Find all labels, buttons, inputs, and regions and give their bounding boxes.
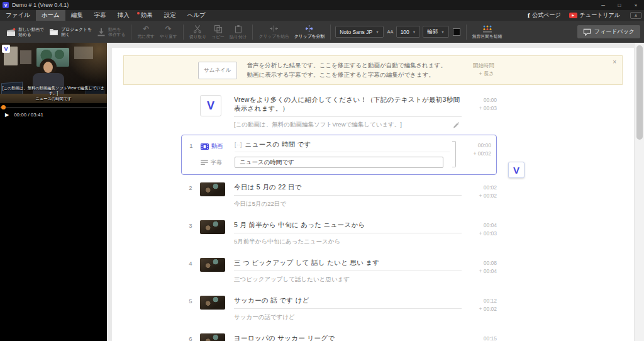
save-icon [97, 28, 106, 36]
toolbar-separator [183, 25, 184, 40]
subtitle-track-label: 字幕 [201, 159, 235, 167]
redo-button[interactable]: ↷ やり直す [157, 24, 180, 40]
menu-subtitle[interactable]: 字幕 [89, 10, 112, 21]
toolbar-separator [466, 25, 467, 40]
scrollbar-thumb[interactable] [636, 45, 643, 140]
feedback-button[interactable]: フィードバック [577, 25, 640, 38]
intro-title: Vrewをより多くの人に紹介してください！（下記のテキストが最初3秒間表示されま… [234, 95, 462, 117]
play-button[interactable]: ▶ [5, 112, 9, 118]
chevron-down-icon: ▼ [413, 30, 416, 34]
menu-insert[interactable]: 挿入 [112, 10, 135, 21]
clip-number: 2 [181, 182, 200, 191]
close-icon[interactable]: × [613, 59, 616, 65]
clip-row[interactable]: 3 5 月 前半から 中旬に あった ニュースから 5月前半から中旬にあったニュ… [181, 215, 497, 252]
clipboard-icon [234, 25, 243, 33]
clip-words[interactable]: 三 つ ピックアップ して 話し たいと 思い ます [234, 258, 462, 271]
edit-pencil-icon[interactable] [453, 122, 459, 128]
menu-effects[interactable]: 効果 [135, 10, 158, 21]
clip-row[interactable]: 4 三 つ ピックアップ して 話し たいと 思い ます 三つピックアップして話… [181, 252, 497, 290]
scrollbar[interactable] [635, 43, 644, 341]
clip-thumbnail[interactable] [200, 258, 225, 272]
scene-poster [74, 47, 93, 59]
vrew-watermark-logo: V [2, 45, 10, 53]
clip-subtitle[interactable]: 5月前半から中旬にあったニュースから [234, 237, 462, 245]
playback-timeline[interactable] [0, 104, 107, 110]
clip-times: 00:12+ 00:02 [462, 296, 497, 313]
font-color-swatch[interactable] [453, 28, 460, 36]
clip-times: 00:15+ 00:02 [462, 333, 497, 341]
clip-subtitle[interactable]: 今日は5月の22日で [234, 199, 462, 208]
clip-words[interactable]: 今日は 5 月の 22 日で [234, 182, 462, 196]
clip-thumbnail[interactable] [200, 182, 225, 196]
clip-words[interactable]: 5 月 前半から 中旬に あった ニュースから [234, 220, 462, 233]
menu-settings[interactable]: 設定 [158, 10, 182, 21]
close-button[interactable]: × [628, 0, 644, 10]
time-column-header: 開始時間 + 長さ [473, 62, 494, 78]
thumbnail-column-tag: サムネイル [198, 62, 237, 79]
thumbnail-badge[interactable]: V [508, 162, 525, 178]
new-badge-dot [137, 12, 140, 14]
copy-button[interactable]: コピー [209, 23, 227, 41]
save-video-button[interactable]: 動画を 保存する [94, 26, 128, 38]
tutorial-link[interactable]: ▶ チュートリアル [567, 11, 623, 20]
clip-thumbnail[interactable] [200, 296, 225, 310]
font-size-label: AA [387, 29, 394, 35]
split-clip-icon [304, 25, 314, 33]
intro-row[interactable]: V Vrewをより多くの人に紹介してください！（下記のテキストが最初3秒間表示さ… [181, 89, 497, 133]
clip-thumbnail[interactable] [200, 333, 225, 341]
clip-times: 00:02+ 00:02 [462, 182, 497, 200]
official-page-link[interactable]: f 公式ページ [525, 11, 564, 20]
merge-clips-button[interactable]: クリップを結合 [256, 23, 291, 40]
clapperboard-icon [6, 28, 16, 36]
maximize-button[interactable]: □ [611, 0, 628, 10]
new-video-button[interactable]: 新しい動画で 始める [4, 26, 47, 38]
copy-icon [214, 25, 223, 33]
font-family-select[interactable]: Noto Sans JP ▼ [335, 26, 383, 38]
timeline-track [0, 107, 107, 108]
window-controls: ─ □ × [595, 0, 644, 10]
menu-edit[interactable]: 編集 [65, 10, 89, 21]
menubar: ファイル ホーム 編集 字幕 挿入 効果 設定 ヘルプ f 公式ページ ▶ チュ… [0, 10, 644, 21]
open-project-button[interactable]: プロジェクトを 開く [47, 26, 94, 38]
redo-icon: ↷ [165, 25, 172, 33]
undo-icon: ↶ [143, 25, 149, 33]
menubar-right: f 公式ページ ▶ チュートリアル ∧ [525, 10, 644, 21]
folder-icon [49, 28, 58, 36]
toolbar-collapse-button[interactable]: ∧ [630, 12, 641, 19]
presenter-figure [43, 62, 53, 73]
clip-number: 6 [181, 333, 200, 341]
subtitle-input[interactable] [235, 157, 443, 168]
clip-row-selected[interactable]: 1 動画 [··] ニュースの 時間 です 字幕 [181, 135, 497, 175]
clip-words[interactable]: ヨーロッパの サッカー リーグで [234, 333, 462, 341]
clip-subtitle[interactable]: 三つピックアップして話したいと思います [234, 275, 462, 283]
shorten-silence-button[interactable]: 無音区間を短縮 [470, 23, 505, 40]
paste-button[interactable]: 貼り付け [227, 23, 250, 41]
undo-button[interactable]: ↶ 元に戻す [135, 24, 157, 40]
font-size-select[interactable]: 100 ▼ [396, 26, 421, 38]
cut-button[interactable]: 切り取り [187, 23, 209, 41]
split-clip-button[interactable]: クリップを分割 [292, 23, 327, 40]
playhead-handle[interactable] [1, 105, 6, 109]
menu-help[interactable]: ヘルプ [182, 10, 211, 21]
video-panel: V [この動画は、無料の動画編集ソフトVrewで編集しています。] ニュースの時… [0, 43, 107, 341]
menu-file[interactable]: ファイル [0, 10, 36, 21]
clip-words[interactable]: [··] ニュースの 時間 です [235, 140, 450, 152]
menu-home[interactable]: ホーム [36, 10, 65, 21]
editor-main: サムネイル 音声を分析した結果です。ここを修正すると動画が自動で編集されます。 … [107, 43, 644, 341]
clip-row[interactable]: 2 今日は 5 月の 22 日で 今日は5月の22日で 00:02+ 00:02 [181, 177, 497, 215]
youtube-icon: ▶ [569, 13, 577, 18]
clip-subtitle[interactable]: サッカーの話ですけど [234, 313, 462, 321]
clip-number: 3 [181, 220, 200, 229]
outline-select[interactable]: 輪郭 ▼ [423, 26, 448, 38]
minimize-button[interactable]: ─ [595, 0, 611, 10]
intro-times: 00:00 + 00:03 [462, 95, 497, 113]
clip-thumbnail[interactable] [200, 220, 225, 234]
content-area: V [この動画は、無料の動画編集ソフトVrewで編集しています。] ニュースの時… [0, 43, 644, 341]
clip-row[interactable]: 5 サッカーの 話 です けど サッカーの話ですけど 00:12+ 00:02 [181, 290, 497, 328]
clip-words[interactable]: サッカーの 話 です けど [234, 296, 462, 309]
intro-subtitle: [この動画は、無料の動画編集ソフトVrewで編集しています。] [234, 121, 402, 129]
clip-row[interactable]: 6 ヨーロッパの サッカー リーグで ヨーロッパのサッカーリーグで 00:15+… [181, 328, 497, 341]
video-preview[interactable]: V [この動画は、無料の動画編集ソフトVrewで編集しています。] ニュースの時… [0, 43, 107, 103]
clip-number: 4 [181, 258, 200, 267]
vrew-logo-thumbnail: V [200, 95, 221, 116]
